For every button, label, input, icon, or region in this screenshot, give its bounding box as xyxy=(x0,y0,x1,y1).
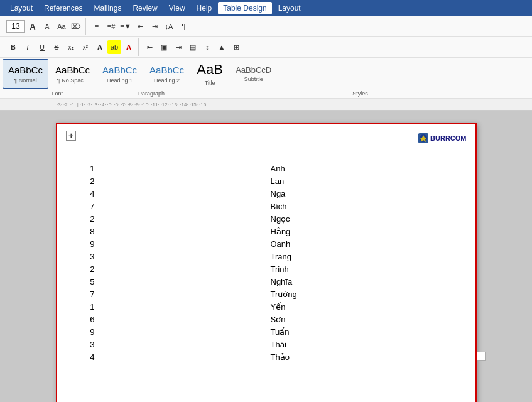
menu-help[interactable]: Help xyxy=(192,2,217,14)
col-num: 2 xyxy=(70,214,107,224)
logo-svg xyxy=(419,134,428,143)
increase-indent-button[interactable]: ⇥ xyxy=(148,19,161,33)
table-row: 2 Ngọc xyxy=(70,212,463,225)
col-name: Hằng xyxy=(107,227,271,236)
table-row: 6 Sơn xyxy=(70,313,463,325)
style-heading1[interactable]: AaBbCc Heading 1 xyxy=(97,59,143,89)
styles-label: Styles xyxy=(192,90,528,97)
style-no-spacing-preview: AaBbCc xyxy=(55,65,90,76)
align-right-button[interactable]: ⇥ xyxy=(171,40,185,54)
paragraph-label: Paragraph xyxy=(111,90,192,97)
justify-button[interactable]: ▤ xyxy=(186,40,200,54)
col-name: Thảo xyxy=(107,352,271,362)
table-container: 1 Anh 2 Lan 4 Nga 7 Bích 2 Ngọc 8 Hằng 9… xyxy=(70,162,463,363)
col-name: Trinh xyxy=(107,264,271,274)
logo-text: BURRCOM xyxy=(430,134,466,142)
table-row: 4 Nga xyxy=(70,187,463,200)
col-num: 9 xyxy=(70,239,107,249)
menu-layout[interactable]: Layout xyxy=(5,2,38,14)
bullets-button[interactable]: ≡ xyxy=(90,19,104,33)
line-spacing-button[interactable]: ↕ xyxy=(200,40,214,54)
col-name: Anh xyxy=(107,164,271,173)
col-name: Tuấn xyxy=(107,327,271,337)
style-subtitle[interactable]: AaBbCcD Subtitle xyxy=(230,59,277,89)
change-case-button[interactable]: Aa xyxy=(55,19,68,33)
scroll-button[interactable] xyxy=(477,352,486,361)
logo-icon xyxy=(418,133,428,143)
align-center-button[interactable]: ▣ xyxy=(157,40,171,54)
col-num: 4 xyxy=(70,352,107,362)
col-num: 2 xyxy=(70,264,107,274)
table-row: 7 Bích xyxy=(70,200,463,212)
style-heading1-label: Heading 1 xyxy=(107,77,133,84)
style-title[interactable]: AaB Title xyxy=(191,59,229,89)
table-row: 2 Lan xyxy=(70,175,463,187)
sort-button[interactable]: ↕A xyxy=(162,19,176,33)
col-name: Oanh xyxy=(107,239,271,249)
col-num: 4 xyxy=(70,189,107,198)
highlight-button[interactable]: ab xyxy=(107,40,121,54)
toolbar-row-1: A A Aa ⌦ ≡ ≡# ≡▼ ⇤ ⇥ ↕A ¶ xyxy=(0,16,532,37)
style-normal-label: ¶ Normal xyxy=(14,77,36,84)
superscript-button[interactable]: x² xyxy=(79,40,92,54)
font-color-button[interactable]: A xyxy=(122,40,136,54)
col-name: Sơn xyxy=(107,315,271,324)
menu-view[interactable]: View xyxy=(164,2,190,14)
borders-button[interactable]: ⊞ xyxy=(229,40,243,54)
toolbar-row-2: B I U S x₂ x² A ab A ⇤ ▣ ⇥ ▤ ↕ ▲ ⊞ xyxy=(0,37,532,58)
pilcrow-button[interactable]: ¶ xyxy=(176,19,190,33)
grow-font-button[interactable]: A xyxy=(26,19,40,33)
col-name: Thái xyxy=(107,340,271,349)
shading-button[interactable]: ▲ xyxy=(215,40,229,54)
col-name: Nghĩa xyxy=(107,277,271,286)
style-normal[interactable]: AaBbCc ¶ Normal xyxy=(3,59,48,89)
align-group: ⇤ ▣ ⇥ ▤ ↕ ▲ ⊞ xyxy=(140,38,246,56)
style-title-label: Title xyxy=(205,80,215,86)
col-num: 8 xyxy=(70,227,107,236)
table-row: 8 Hằng xyxy=(70,225,463,237)
strikethrough-button[interactable]: S xyxy=(50,40,63,54)
style-heading2[interactable]: AaBbCc Heading 2 xyxy=(144,59,190,89)
menu-mailings[interactable]: Mailings xyxy=(89,2,126,14)
underline-button[interactable]: U xyxy=(35,40,49,54)
ruler: ·3· ·2· ·1· | ·1· ·2· ·3· ·4· ·5· ·6· ·7… xyxy=(0,99,532,111)
menu-references[interactable]: References xyxy=(39,2,87,14)
menu-layout2[interactable]: Layout xyxy=(273,2,306,14)
table-row: 5 Nghĩa xyxy=(70,275,463,288)
table-row: 3 Trang xyxy=(70,250,463,263)
labels-row: Font Paragraph Styles xyxy=(0,90,532,99)
col-num: 1 xyxy=(70,302,107,312)
styles-row: AaBbCc ¶ Normal AaBbCc ¶ No Spac... AaBb… xyxy=(0,58,532,90)
document-area: ✛ BURRCOM 1 Anh 2 Lan 4 Nga 7 Bích 2 Ngọ… xyxy=(0,111,532,402)
text-effects-button[interactable]: A xyxy=(93,40,107,54)
col-name: Yến xyxy=(107,302,271,312)
burrcom-logo: BURRCOM xyxy=(418,133,466,143)
move-handle[interactable]: ✛ xyxy=(66,131,76,141)
style-title-preview: AaB xyxy=(197,62,223,78)
style-no-spacing[interactable]: AaBbCc ¶ No Spac... xyxy=(50,59,95,89)
subscript-button[interactable]: x₂ xyxy=(64,40,78,54)
numbering-button[interactable]: ≡# xyxy=(104,19,118,33)
italic-button[interactable]: I xyxy=(21,40,35,54)
menu-bar: Layout References Mailings Review View H… xyxy=(0,0,532,16)
clear-format-button[interactable]: ⌦ xyxy=(69,19,83,33)
menu-review[interactable]: Review xyxy=(128,2,162,14)
font-format-group: B I U S x₂ x² A ab A xyxy=(4,38,139,56)
col-num: 7 xyxy=(70,290,107,299)
multilevel-button[interactable]: ≡▼ xyxy=(119,19,133,33)
align-left-button[interactable]: ⇤ xyxy=(143,40,156,54)
col-num: 7 xyxy=(70,202,107,211)
table-row: 1 Anh xyxy=(70,162,463,175)
bold-button[interactable]: B xyxy=(6,40,20,54)
font-size-input[interactable] xyxy=(6,20,25,33)
col-name: Ngọc xyxy=(107,214,271,224)
font-label: Font xyxy=(4,90,111,97)
style-subtitle-label: Subtitle xyxy=(244,76,263,82)
col-name: Trường xyxy=(107,290,271,299)
shrink-font-button[interactable]: A xyxy=(40,19,54,33)
table-row: 9 Oanh xyxy=(70,237,463,250)
decrease-indent-button[interactable]: ⇤ xyxy=(133,19,147,33)
col-name: Trang xyxy=(107,252,271,261)
menu-table-design[interactable]: Table Design xyxy=(218,2,271,14)
font-group: A A Aa ⌦ xyxy=(4,18,86,35)
